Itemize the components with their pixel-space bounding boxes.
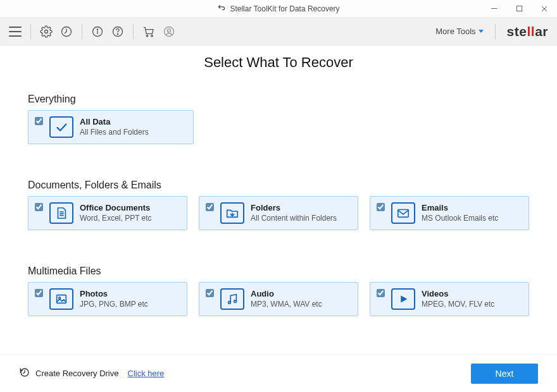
svg-point-22 [228, 302, 231, 304]
checkbox-office-documents[interactable] [35, 203, 43, 211]
help-icon[interactable] [111, 25, 124, 38]
close-button[interactable] [532, 0, 557, 18]
card-title: Photos [80, 289, 148, 299]
section-documents-label: Documents, Folders & Emails [28, 180, 529, 191]
app-title: Stellar ToolKit for Data Recovery [230, 4, 339, 13]
more-tools-dropdown[interactable]: More Tools [435, 27, 483, 36]
card-folders[interactable]: Folders All Content within Folders [199, 196, 358, 230]
card-subtitle: All Content within Folders [251, 214, 337, 223]
brand-logo: stellar [507, 24, 551, 39]
folder-icon [220, 202, 244, 224]
svg-marker-24 [401, 296, 407, 303]
separator [133, 24, 134, 39]
cart-icon[interactable] [142, 25, 155, 38]
audio-icon [220, 288, 244, 310]
card-office-documents[interactable]: Office Documents Word, Excel, PPT etc [28, 196, 187, 230]
card-audio[interactable]: Audio MP3, WMA, WAV etc [199, 282, 358, 316]
separator [82, 24, 82, 39]
next-button[interactable]: Next [471, 364, 538, 384]
card-title: All Data [80, 117, 149, 127]
checkbox-videos[interactable] [377, 289, 385, 297]
checkbox-all-data[interactable] [35, 117, 43, 125]
history-icon[interactable] [60, 25, 73, 38]
main-content: Select What To Recover Everything All Da… [0, 46, 557, 354]
titlebar: Stellar ToolKit for Data Recovery [0, 0, 557, 18]
email-icon [391, 202, 415, 224]
svg-point-23 [234, 300, 237, 303]
checkbox-audio[interactable] [206, 289, 214, 297]
svg-rect-20 [57, 295, 66, 303]
recovery-drive-icon [19, 367, 30, 380]
svg-point-14 [168, 28, 171, 32]
section-everything-label: Everything [28, 94, 529, 105]
card-emails[interactable]: Emails MS Outlook Emails etc [370, 196, 529, 230]
back-icon [217, 3, 226, 14]
svg-point-11 [146, 35, 148, 36]
checkbox-photos[interactable] [35, 289, 43, 297]
svg-rect-1 [516, 6, 522, 11]
card-subtitle: Word, Excel, PPT etc [80, 214, 152, 223]
gear-icon[interactable] [40, 25, 53, 38]
card-subtitle: MS Outlook Emails etc [422, 214, 498, 223]
footer: Create Recovery Drive Click here Next [0, 354, 557, 392]
check-icon [49, 116, 73, 138]
svg-point-12 [151, 35, 153, 36]
card-title: Videos [422, 289, 494, 299]
checkbox-emails[interactable] [377, 203, 385, 211]
recovery-drive-link[interactable]: Click here [128, 369, 165, 378]
page-title: Select What To Recover [28, 54, 529, 71]
toolbar: More Tools stellar [0, 18, 557, 46]
minimize-button[interactable] [481, 0, 506, 18]
document-icon [49, 202, 73, 224]
svg-point-8 [97, 29, 97, 30]
info-icon[interactable] [91, 25, 104, 38]
separator [30, 24, 31, 39]
menu-icon[interactable] [9, 25, 22, 38]
maximize-button[interactable] [506, 0, 532, 18]
card-title: Office Documents [80, 203, 152, 213]
checkbox-folders[interactable] [206, 203, 214, 211]
card-subtitle: JPG, PNG, BMP etc [80, 300, 148, 309]
svg-point-4 [45, 30, 48, 33]
svg-point-10 [117, 34, 118, 34]
card-title: Folders [251, 203, 337, 213]
card-all-data[interactable]: All Data All Files and Folders [28, 110, 194, 144]
photo-icon [49, 288, 73, 310]
card-photos[interactable]: Photos JPG, PNG, BMP etc [28, 282, 187, 316]
recovery-drive-label: Create Recovery Drive [35, 369, 119, 378]
video-icon [391, 288, 415, 310]
card-subtitle: MPEG, MOV, FLV etc [422, 300, 494, 309]
card-title: Audio [251, 289, 322, 299]
card-title: Emails [422, 203, 498, 213]
user-icon[interactable] [163, 25, 175, 38]
card-videos[interactable]: Videos MPEG, MOV, FLV etc [370, 282, 529, 316]
more-tools-label: More Tools [435, 27, 475, 36]
section-multimedia-label: Multimedia Files [28, 266, 529, 277]
card-subtitle: MP3, WMA, WAV etc [251, 300, 322, 309]
card-subtitle: All Files and Folders [80, 128, 149, 137]
separator [495, 24, 496, 39]
svg-rect-19 [398, 210, 409, 217]
chevron-down-icon [479, 30, 484, 33]
